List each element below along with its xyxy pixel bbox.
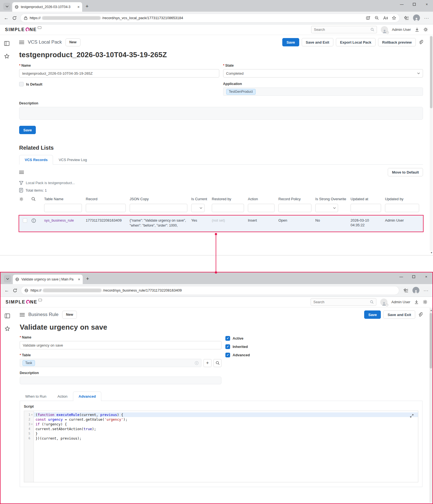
favorite-record-star-icon[interactable]	[4, 54, 9, 59]
column-header[interactable]: Is Strong Overwrite	[315, 197, 351, 201]
tab-vcs-records[interactable]: VCS Records	[19, 155, 53, 165]
new-tab-button[interactable]: +	[86, 276, 89, 281]
column-header[interactable]: JSON Copy	[130, 197, 191, 201]
inherited-field[interactable]: ✓ Inherited	[225, 344, 422, 349]
user-avatar[interactable]: +	[380, 299, 387, 306]
name-input[interactable]	[19, 69, 219, 77]
save-and-exit-button[interactable]: Save and Exit	[383, 310, 415, 319]
favorites-bar-icon[interactable]	[404, 288, 408, 293]
browser-menu-icon[interactable]: ···	[424, 16, 429, 20]
name-input[interactable]	[20, 341, 221, 349]
advanced-field[interactable]: ✓ Advanced	[225, 353, 422, 357]
back-button[interactable]: ←	[4, 16, 9, 20]
new-record-button[interactable]: New	[66, 38, 80, 46]
info-icon[interactable]	[31, 218, 36, 223]
tab-vcs-preview-log[interactable]: VCS Preview Log	[53, 155, 92, 165]
save-button[interactable]: Save	[282, 38, 299, 46]
tab-close-icon[interactable]: ×	[78, 277, 80, 281]
scrollbar-thumb[interactable]	[430, 36, 432, 108]
search-icon[interactable]	[371, 28, 374, 31]
scrollbar-up-arrow[interactable]: ▴	[431, 309, 432, 312]
refresh-button[interactable]	[13, 288, 17, 293]
move-to-default-button[interactable]: Move to Default	[388, 168, 423, 176]
hamburger-menu-icon[interactable]	[19, 41, 24, 44]
column-header[interactable]: Updated by	[385, 197, 423, 201]
refresh-button[interactable]	[12, 16, 17, 20]
tab-search-button[interactable]	[3, 3, 11, 10]
search-icon[interactable]	[370, 300, 374, 304]
filter-select-is-current[interactable]	[191, 204, 205, 212]
read-aloud-icon[interactable]	[383, 16, 388, 20]
new-tab-button[interactable]: +	[85, 4, 89, 9]
is-default-checkbox[interactable]	[19, 82, 24, 86]
filter-input-table-name[interactable]	[44, 204, 82, 212]
inherited-checkbox[interactable]: ✓	[225, 344, 230, 349]
clear-icon[interactable]	[195, 361, 199, 365]
column-header[interactable]: Action	[248, 197, 278, 201]
advanced-checkbox[interactable]: ✓	[225, 353, 230, 357]
code-line[interactable]: }	[34, 431, 418, 436]
table-chip[interactable]: Task	[22, 360, 35, 366]
tab-when-to-run[interactable]: When to Run	[20, 392, 52, 401]
description-textarea[interactable]	[19, 107, 423, 120]
maximize-button[interactable]	[407, 275, 420, 278]
column-header[interactable]: Updated at	[351, 197, 385, 201]
code-lines[interactable]: (function executeRule(current, previous)…	[34, 411, 418, 482]
tab-action[interactable]: Action	[52, 392, 73, 401]
favorite-record-star-icon[interactable]	[5, 326, 10, 331]
minimize-button[interactable]: —	[395, 275, 407, 279]
export-local-pack-button[interactable]: Export Local Pack	[336, 38, 376, 46]
reference-lookup-button[interactable]	[213, 359, 221, 367]
description-textarea[interactable]	[20, 377, 221, 384]
address-bar[interactable]: https:// /record/sys_business_rule/17731…	[21, 286, 399, 295]
split-screen-icon[interactable]	[366, 16, 371, 20]
scrollbar-down-arrow[interactable]: ▾	[431, 251, 432, 254]
filter-input-updated-at[interactable]	[351, 204, 381, 212]
table-search-icon[interactable]	[31, 197, 36, 201]
new-record-button[interactable]: New	[62, 311, 77, 319]
zoom-out-icon[interactable]	[375, 16, 379, 20]
filter-input-json-copy[interactable]	[130, 204, 187, 212]
scrollbar-thumb[interactable]	[430, 313, 432, 368]
column-header[interactable]: Restored by	[212, 197, 248, 201]
tab-close-icon[interactable]: ×	[77, 5, 80, 9]
application-field[interactable]: TestGenProduct	[223, 87, 423, 96]
browser-tab[interactable]: Validate urgency on save | Main Pa ×	[13, 275, 83, 284]
column-header[interactable]: Record	[86, 197, 130, 201]
script-editor[interactable]: 1v23v456 (function executeRule(current, …	[24, 411, 418, 482]
browser-profile-avatar[interactable]	[413, 14, 420, 21]
favorite-star-icon[interactable]	[392, 16, 396, 20]
list-filter-condition[interactable]: Local Pack is testgenproduct...	[19, 181, 423, 185]
is-default-field[interactable]: Is Default	[19, 82, 219, 86]
code-line[interactable]: })(current, previous);	[34, 436, 418, 441]
table-gear-icon[interactable]	[19, 197, 24, 201]
table-reference-field[interactable]: Task	[20, 359, 202, 367]
tab-search-button[interactable]	[4, 275, 11, 282]
column-header[interactable]: Table Name	[44, 197, 86, 201]
filter-input-action[interactable]	[248, 204, 275, 212]
save-button[interactable]: Save	[364, 310, 381, 319]
side-panel-icon[interactable]	[5, 314, 10, 318]
maximize-button[interactable]	[408, 3, 421, 6]
row-checkbox[interactable]	[23, 218, 27, 223]
rollback-preview-button[interactable]: Rollback preview	[378, 38, 416, 46]
cell-table-name-link[interactable]: sys_business_rule	[44, 218, 86, 223]
back-button[interactable]: ←	[4, 288, 9, 293]
download-icon[interactable]	[414, 300, 419, 304]
address-bar[interactable]: https:// /record/sys_vcs_local_pack/1773…	[20, 14, 400, 22]
global-search-input[interactable]	[313, 300, 368, 304]
browser-tab[interactable]: testgenproduct_2026-03-10T04-3 ×	[12, 2, 82, 12]
active-field[interactable]: ✓ Active	[225, 336, 422, 341]
expand-editor-icon[interactable]	[410, 414, 414, 418]
hamburger-menu-icon[interactable]	[20, 313, 25, 317]
minimize-button[interactable]: —	[396, 2, 408, 6]
add-reference-button[interactable]: +	[203, 359, 212, 367]
close-window-button[interactable]: ×	[421, 2, 433, 6]
favorites-bar-icon[interactable]	[404, 16, 409, 20]
table-row-sys-business-rule[interactable]: sys_business_rule 177311732208163409 {"n…	[19, 215, 423, 232]
application-chip[interactable]: TestGenProduct	[226, 89, 256, 95]
list-menu-icon[interactable]	[19, 170, 24, 174]
global-search-input[interactable]	[314, 28, 369, 32]
tab-advanced[interactable]: Advanced	[73, 392, 101, 401]
gear-icon[interactable]	[423, 27, 428, 32]
